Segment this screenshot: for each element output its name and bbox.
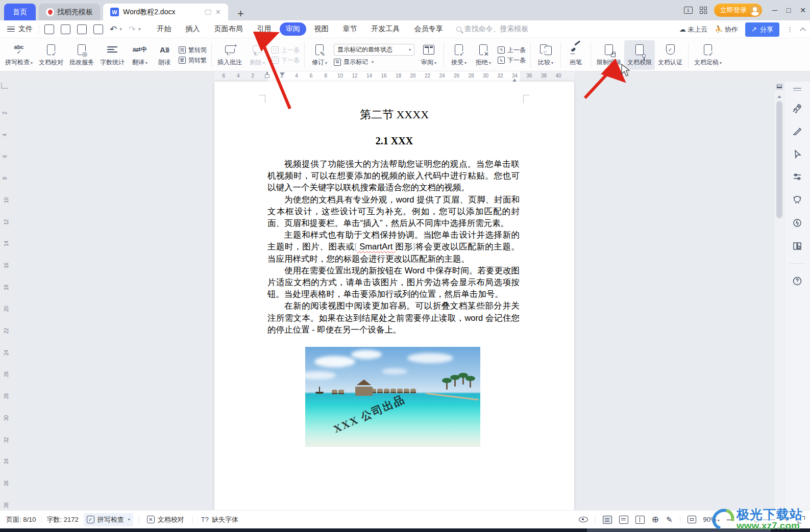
zoom-slider[interactable]: [740, 519, 775, 520]
spell-check-button[interactable]: abc✓ 拼写检查▾: [2, 40, 36, 70]
close-tab-icon[interactable]: ✕: [215, 8, 221, 16]
share-button[interactable]: ↗ 分享: [745, 22, 779, 37]
menu-page-layout[interactable]: 页面布局: [208, 22, 249, 36]
scrollbar-thumb[interactable]: [776, 101, 782, 218]
print-preview-icon[interactable]: [93, 24, 103, 34]
collapse-ribbon-icon[interactable]: [800, 28, 805, 33]
command-search-input[interactable]: 查找命令、搜索模板: [456, 24, 529, 34]
cloud-status-button[interactable]: ☁ 未上云: [679, 25, 708, 34]
collab-button[interactable]: ⛹ 协作: [715, 25, 738, 34]
reject-icon: ✕: [479, 43, 487, 56]
zoom-out-button[interactable]: ─: [727, 515, 732, 524]
tab-home[interactable]: 首页: [4, 4, 36, 20]
first-line-indent-marker[interactable]: [280, 72, 285, 79]
word-count-button[interactable]: 字数统计: [97, 40, 128, 70]
menu-review[interactable]: 审阅: [280, 22, 306, 36]
accept-button[interactable]: ✓ 接受▾: [447, 40, 471, 70]
window-layout-icon[interactable]: 1: [684, 7, 693, 14]
show-marks-button[interactable]: ⧉ 显示标记▾: [334, 58, 414, 66]
login-button[interactable]: 立即登录: [714, 4, 762, 17]
close-button[interactable]: ✕: [800, 6, 806, 14]
markup-state-select[interactable]: 显示标记的最终状态▾: [334, 44, 414, 56]
read-aloud-button[interactable]: A))) 朗读: [152, 40, 177, 70]
track-changes-button[interactable]: ✎ 修订▾: [307, 40, 332, 70]
trad-to-simp-button[interactable]: 简繁转简: [179, 46, 207, 55]
zoom-level[interactable]: 90%▾: [703, 516, 720, 523]
select-cursor-icon[interactable]: [792, 148, 803, 160]
ruler-toggle-button[interactable]: [775, 83, 783, 90]
fit-page-icon[interactable]: [688, 516, 696, 523]
doc-permission-button[interactable]: 文档权限: [624, 40, 655, 70]
help-icon[interactable]: [792, 275, 803, 287]
undo-caret-icon[interactable]: ▾: [119, 27, 122, 32]
screen-mode-icon[interactable]: 🖵: [205, 8, 212, 16]
export-icon[interactable]: [61, 24, 70, 34]
web-view-icon[interactable]: ⊕: [652, 515, 659, 524]
tab-template-store[interactable]: 找稻壳模板: [39, 4, 100, 20]
grading-service-button[interactable]: ◎ 批改服务: [66, 40, 97, 70]
menu-view[interactable]: 视图: [308, 22, 335, 36]
redo-icon[interactable]: ↷: [129, 24, 136, 34]
save-icon[interactable]: [44, 24, 54, 34]
smart-lamp-icon[interactable]: [792, 217, 803, 229]
dictionary-search-icon[interactable]: [792, 240, 803, 251]
vertical-ruler[interactable]: 2468101214161820222426283032343638: [0, 82, 13, 510]
docer-assistant-icon[interactable]: [792, 194, 803, 206]
status-missing-font[interactable]: T? 缺失字体: [198, 513, 241, 526]
horizontal-ruler[interactable]: 642246810121416182022242628303234363840: [0, 71, 810, 82]
menu-reference[interactable]: 引用: [251, 22, 278, 36]
new-tab-button[interactable]: +: [234, 7, 247, 20]
doc-body-text[interactable]: 视频提供了功能强大的方法帮助您证明您的观点。当您单击联机视频时，可以在想要添加的…: [267, 158, 520, 336]
translate-button[interactable]: a⇄中 翻译▾: [128, 40, 152, 70]
page-view-icon[interactable]: [603, 516, 612, 524]
format-brush-icon[interactable]: [792, 125, 803, 137]
menu-start[interactable]: 开始: [151, 22, 178, 36]
simp-to-trad-button[interactable]: 繁简转繁: [179, 56, 207, 65]
review-pane-button[interactable]: 审阅▾: [416, 40, 441, 70]
settings-sliders-icon[interactable]: [792, 171, 803, 183]
boat: [315, 392, 324, 394]
insert-comment-button[interactable]: + 插入批注: [214, 40, 245, 70]
reject-button[interactable]: ✕ 拒绝▾: [471, 40, 496, 70]
doc-finalize-button[interactable]: ✓ 文档定稿▾: [691, 40, 725, 70]
ink-annotate-icon[interactable]: ✎: [666, 515, 673, 524]
fullscreen-icon[interactable]: [798, 516, 805, 523]
rocket-icon[interactable]: [792, 103, 803, 114]
maximize-button[interactable]: □: [787, 6, 791, 14]
restrict-edit-button[interactable]: 限制编辑: [594, 40, 624, 70]
compare-button[interactable]: ↔ 比较▾: [533, 40, 558, 70]
menu-member[interactable]: 会员专享: [408, 22, 449, 36]
menu-devtools[interactable]: 开发工具: [365, 22, 406, 36]
status-doc-proof[interactable]: ✕ 文档校对: [144, 513, 187, 526]
file-menu-button[interactable]: 文件: [0, 24, 39, 34]
print-icon[interactable]: [77, 24, 87, 34]
document-page[interactable]: 第二节 XXXX 2.1 XXX 视频提供了功能强大的方法帮助您证明您的观点。当…: [214, 82, 574, 510]
undo-icon[interactable]: ↶: [110, 24, 117, 34]
delete-comment-button[interactable]: ✕ 删除▾: [245, 40, 269, 70]
scroll-up-icon[interactable]: [777, 93, 781, 98]
eye-protection-icon[interactable]: [579, 517, 588, 522]
menu-section[interactable]: 章节: [337, 22, 363, 36]
beach-photo[interactable]: XXX 公司出品: [305, 347, 480, 447]
ink-button[interactable]: 画笔: [563, 40, 588, 70]
apps-grid-icon[interactable]: [700, 7, 707, 14]
prev-change-button[interactable]: ↰上一条: [498, 46, 526, 55]
hanging-indent-marker[interactable]: [265, 74, 269, 78]
zoom-in-button[interactable]: ＋: [782, 514, 791, 525]
sidebar-handle[interactable]: [793, 88, 801, 91]
read-view-icon[interactable]: [635, 516, 645, 524]
toolbar-more-icon[interactable]: ▾: [138, 27, 141, 32]
outline-view-icon[interactable]: [619, 516, 628, 524]
docer-icon: [46, 8, 54, 16]
next-comment-button[interactable]: 🗨下一条: [272, 56, 300, 65]
tab-document[interactable]: W Word教程2.docx 🖵 ✕: [103, 4, 228, 20]
doc-certify-button[interactable]: ✓ 文档认证: [655, 40, 685, 70]
more-menu-icon[interactable]: ⋮: [787, 26, 794, 33]
next-change-button[interactable]: ↳下一条: [498, 56, 526, 65]
prev-comment-button[interactable]: 🗨上一条: [272, 46, 300, 55]
minimize-button[interactable]: ─: [772, 6, 777, 14]
menu-insert[interactable]: 插入: [180, 22, 206, 36]
status-spell-check[interactable]: ✓ 拼写检查▾: [84, 513, 133, 526]
vertical-scrollbar[interactable]: [774, 82, 784, 510]
doc-proof-button[interactable]: ✓ 文档校对: [36, 40, 66, 70]
